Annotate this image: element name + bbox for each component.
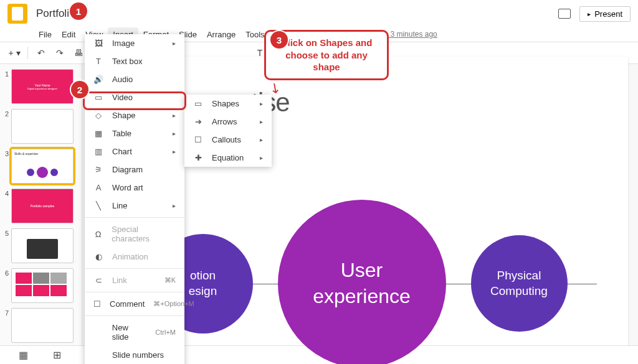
insert-new-slide[interactable]: New slideCtrl+M (85, 319, 184, 346)
doc-title[interactable]: Portfolio (36, 7, 75, 20)
thumbnail-5[interactable] (11, 228, 74, 263)
shape-equation[interactable]: ✚Equation▸ (184, 149, 272, 167)
undo-button[interactable]: ↶ (34, 46, 48, 60)
insert-line[interactable]: ╲Line▸ (85, 197, 184, 215)
shape-shapes[interactable]: ▭Shapes▸ (184, 95, 272, 113)
insert-word-art[interactable]: AWord art (85, 179, 184, 197)
insert-slide-numbers[interactable]: Slide numbers (85, 346, 184, 364)
new-slide-button[interactable]: + ▾ (7, 46, 21, 60)
redo-button[interactable]: ↷ (53, 46, 67, 60)
annotation-badge-1: 1 (70, 2, 87, 20)
insert-special-characters: ΩSpecial characters (85, 220, 184, 248)
menu-edit[interactable]: Edit (57, 27, 80, 42)
print-button[interactable]: 🖶 (72, 46, 85, 60)
insert-text-box[interactable]: TText box (85, 52, 184, 70)
slide-thumbnails: 1Your NameDigital experience designer 2 … (0, 64, 82, 360)
circle-physical-computing[interactable]: PhysicalComputing (471, 235, 568, 332)
annotation-badge-3: 3 (270, 31, 288, 49)
insert-diagram[interactable]: ⚞Diagram (85, 161, 184, 179)
thumbnail-4[interactable]: Portfolio samples (11, 189, 74, 223)
thumbnail-7[interactable] (11, 308, 74, 343)
comments-icon[interactable] (558, 9, 571, 19)
thumbnail-6[interactable] (11, 268, 74, 303)
shape-submenu-dropdown: ▭Shapes▸➔Arrows▸☐Callouts▸✚Equation▸ (184, 95, 272, 167)
insert-comment[interactable]: ☐Comment⌘+Option+M (85, 295, 184, 313)
thumbnail-1[interactable]: Your NameDigital experience designer (11, 69, 74, 104)
insert-image[interactable]: 🖼Image▸ (85, 34, 184, 52)
insert-menu-dropdown: 🖼Image▸TText box🔊Audio▭Video◇Shape▸▦Tabl… (85, 34, 184, 364)
insert-link: ⊂Link⌘K (85, 271, 184, 289)
insert-table[interactable]: ▦Table▸ (85, 124, 184, 142)
present-button[interactable]: Present (579, 6, 631, 22)
thumbnail-2[interactable] (11, 109, 74, 144)
shape-arrows[interactable]: ➔Arrows▸ (184, 113, 272, 131)
grid-view-icon[interactable]: ▦ (19, 349, 28, 361)
menu-arrange[interactable]: Arrange (202, 27, 240, 42)
filmstrip-view-icon[interactable]: ⊞ (53, 349, 61, 361)
insert-audio[interactable]: 🔊Audio (85, 70, 184, 88)
shape-callouts[interactable]: ☐Callouts▸ (184, 131, 272, 149)
insert-chart[interactable]: ▥Chart▸ (85, 142, 184, 161)
circle-user-experience[interactable]: Userexperience (278, 200, 446, 365)
app-logo[interactable] (7, 4, 27, 24)
thumbnail-3[interactable]: Skills & expertise (11, 149, 74, 184)
menu-file[interactable]: File (34, 27, 57, 42)
annotation-badge-2: 2 (71, 81, 88, 98)
highlight-shape-item (83, 91, 186, 110)
insert-animation: ◐Animation (85, 248, 184, 266)
